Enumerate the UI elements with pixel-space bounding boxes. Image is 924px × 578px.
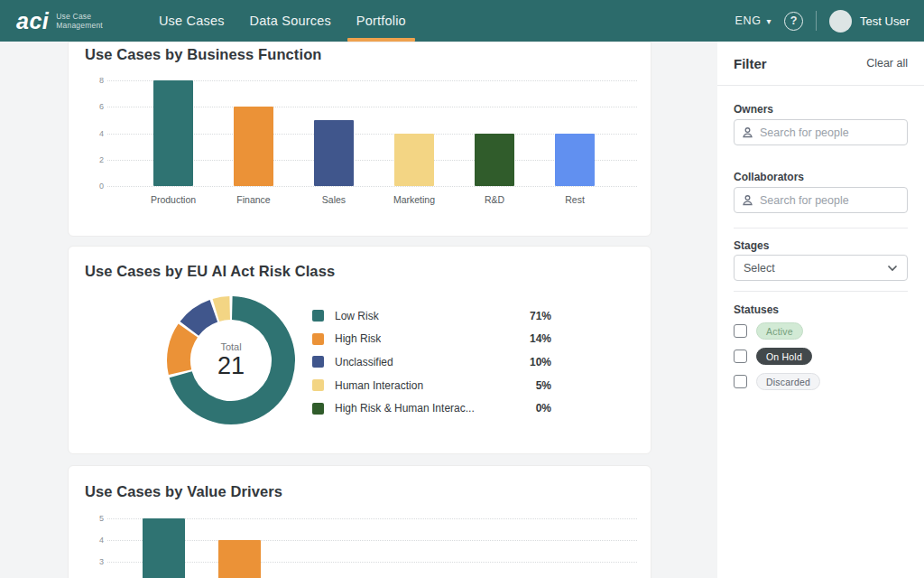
language-label: ENG [735, 14, 762, 27]
legend-row: Human Interaction5% [312, 374, 551, 397]
filter-header: Filter Clear all [717, 42, 924, 86]
status-row-on-hold: On Hold [734, 348, 820, 365]
y-axis-tick: 5 [77, 514, 104, 523]
stages-select[interactable]: Select [734, 255, 908, 281]
status-checkbox-on-hold[interactable] [734, 350, 747, 363]
y-axis-tick: 4 [77, 536, 104, 545]
bar-Finance [234, 107, 273, 186]
status-row-active: Active [734, 322, 820, 340]
gridline [107, 186, 637, 187]
nav-item-use-cases[interactable]: Use Cases [146, 0, 237, 42]
navbar-right: ENG ▾ ? Test User [735, 10, 910, 33]
clear-all-button[interactable]: Clear all [866, 57, 908, 70]
legend-swatch [312, 356, 324, 368]
status-checkbox-discarded[interactable] [734, 375, 747, 388]
donut-chart: Total 21 [163, 293, 299, 428]
active-tab-underline [347, 38, 415, 42]
status-row-discarded: Discarded [734, 373, 820, 390]
top-navbar: aci Use Case Management Use CasesData So… [0, 0, 924, 42]
bar-R&D [475, 134, 514, 186]
help-icon[interactable]: ? [784, 12, 803, 31]
x-axis-label: R&D [455, 194, 535, 205]
legend-percentage: 14% [530, 332, 551, 345]
stages-select-value: Select [744, 262, 775, 275]
status-options: ActiveOn HoldDiscarded [734, 322, 820, 390]
bar-chart-value-drivers: 345 [69, 466, 651, 578]
bar-chart-business-function: 02468ProductionFinanceSalesMarketingR&DR… [69, 42, 651, 236]
app-screen: aci Use Case Management Use CasesData So… [0, 0, 924, 578]
x-axis-label: Production [134, 194, 214, 205]
legend-label: Human Interaction [335, 379, 423, 392]
legend-percentage: 0% [536, 402, 551, 415]
donut-svg [163, 293, 299, 428]
bar-Rest [555, 134, 595, 186]
legend-percentage: 71% [530, 310, 551, 322]
section-divider [734, 291, 908, 292]
legend-swatch [312, 310, 324, 322]
legend-percentage: 10% [530, 356, 551, 368]
nav-item-label: Data Sources [250, 14, 331, 28]
app-logo[interactable]: aci Use Case Management [16, 10, 103, 33]
legend-row: Unclassified10% [312, 350, 551, 374]
legend-percentage: 5% [536, 379, 551, 392]
x-axis-label: Finance [214, 194, 294, 205]
bar-Production [153, 80, 193, 186]
bar-1 [218, 540, 261, 578]
legend-label: High Risk & Human Interac... [335, 402, 475, 415]
legend-swatch [312, 379, 324, 391]
stages-label: Stages [734, 239, 769, 252]
status-checkbox-active[interactable] [734, 324, 747, 338]
user-name: Test User [860, 14, 910, 28]
y-axis-tick: 2 [77, 155, 104, 164]
avatar [829, 10, 852, 33]
donut-segment-high-risk [167, 324, 198, 376]
main-nav: Use CasesData SourcesPortfolio [146, 0, 419, 42]
chevron-down-icon: ▾ [766, 16, 772, 26]
nav-item-data-sources[interactable]: Data Sources [237, 0, 344, 42]
language-selector[interactable]: ENG ▾ [735, 14, 772, 27]
owners-search-box [734, 119, 908, 145]
y-axis-tick: 6 [77, 102, 104, 111]
logo-text-line2: Management [56, 21, 103, 30]
owners-label: Owners [734, 103, 773, 116]
owners-search-input[interactable] [760, 126, 900, 139]
bar-Marketing [394, 134, 434, 186]
legend-label: Low Risk [335, 310, 379, 322]
legend-row: Low Risk71% [312, 304, 551, 328]
y-axis-tick: 4 [77, 129, 104, 138]
donut-legend: Low Risk71%High Risk14%Unclassified10%Hu… [312, 304, 551, 420]
legend-swatch [312, 403, 324, 415]
navbar-divider [816, 11, 817, 31]
legend-label: Unclassified [335, 356, 393, 368]
collaborators-label: Collaborators [734, 171, 804, 183]
bar-Sales [314, 120, 354, 186]
nav-item-label: Portfolio [356, 14, 406, 28]
bar-0 [143, 518, 185, 578]
gridline [107, 518, 637, 519]
section-divider [734, 228, 908, 228]
chart-card-risk-class: Use Cases by EU AI Act Risk Class Total … [68, 246, 651, 454]
nav-item-label: Use Cases [159, 14, 225, 28]
legend-row: High Risk14% [312, 328, 551, 351]
person-icon [742, 126, 753, 138]
legend-swatch [312, 333, 324, 345]
chevron-down-icon [887, 265, 898, 272]
logo-text-line1: Use Case [56, 12, 103, 21]
logo-text: Use Case Management [56, 12, 103, 30]
user-menu[interactable]: Test User [829, 10, 910, 33]
logo-mark: aci [16, 10, 49, 33]
gridline [107, 562, 637, 563]
legend-label: High Risk [335, 332, 381, 345]
legend-row: High Risk & Human Interac...0% [312, 396, 551, 420]
person-icon [742, 194, 753, 206]
y-axis-tick: 8 [77, 76, 104, 85]
status-badge: On Hold [756, 348, 812, 365]
nav-item-portfolio[interactable]: Portfolio [344, 0, 419, 42]
chart-title: Use Cases by EU AI Act Risk Class [85, 263, 335, 280]
status-badge: Discarded [756, 373, 820, 390]
gridline [107, 540, 637, 541]
y-axis-tick: 0 [77, 182, 104, 191]
x-axis-label: Marketing [374, 194, 455, 205]
chart-card-value-drivers: Use Cases by Value Drivers 345 [68, 465, 651, 578]
collaborators-search-input[interactable] [760, 194, 900, 207]
